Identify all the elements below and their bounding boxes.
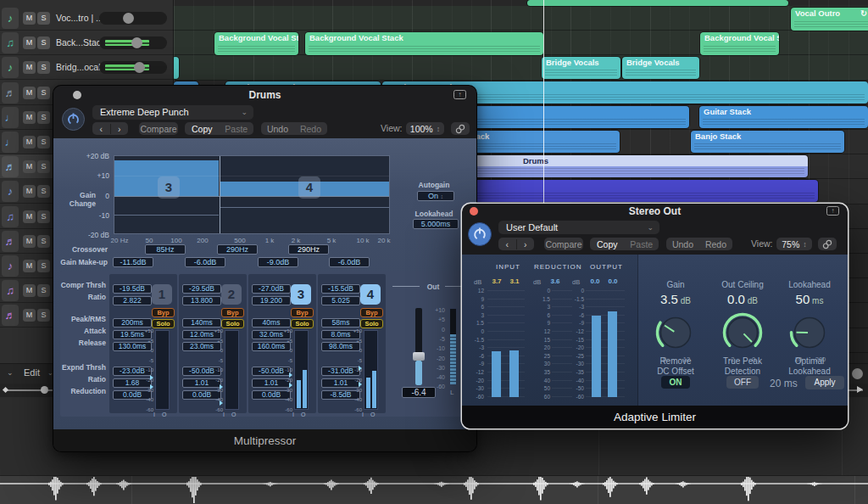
mute-button[interactable]: M	[23, 12, 36, 25]
solo-button[interactable]: S	[37, 210, 50, 223]
bypass-button[interactable]: Byp	[360, 308, 383, 317]
mute-button[interactable]: M	[23, 160, 36, 173]
crossover-divider[interactable]	[220, 156, 221, 233]
optimal-lookahead-button[interactable]: Apply	[805, 376, 844, 389]
track-header-3[interactable]: ♪MSBridg...ocals⌄	[0, 55, 174, 80]
solo-button[interactable]: S	[37, 309, 50, 322]
band-param-field[interactable]: 19.200	[252, 296, 291, 305]
scrollbar-left-handle[interactable]	[3, 387, 8, 393]
band-4-badge[interactable]: 4	[298, 176, 320, 199]
mute-button[interactable]: M	[23, 36, 36, 49]
band-param-field[interactable]: 13.800	[182, 296, 221, 305]
solo-button[interactable]: Solo	[221, 319, 244, 328]
region-banjo-stack[interactable]: Banjo Stack	[691, 131, 844, 153]
scrollbar-playhead-marker[interactable]	[857, 386, 863, 393]
undo-button[interactable]: Undo	[666, 239, 699, 249]
region-vocal-outro[interactable]: Vocal Outro↻	[791, 8, 868, 31]
toolbar-chevron-icon[interactable]: ⌄	[7, 368, 14, 377]
autogain-selector[interactable]: On ↕	[417, 191, 454, 201]
gain-makeup-field[interactable]: -9.0dB	[258, 257, 298, 267]
band-param-field[interactable]: -15.5dB	[321, 284, 360, 294]
true-peak-detection-button[interactable]: OFF	[726, 376, 759, 389]
solo-button[interactable]: S	[37, 260, 50, 272]
gain-change-graph[interactable]: 3 4	[114, 155, 390, 234]
preset-nav-buttons[interactable]: ‹ ›	[498, 238, 534, 250]
region-background-vocal-stack[interactable]: Background Vocal Stack	[305, 32, 543, 55]
track-header-1[interactable]: ♪MSVoc...tro | ...⌄	[0, 6, 174, 31]
scrollbar-dot-handle[interactable]	[41, 386, 48, 394]
region-bridge-vocals[interactable]: Bridge Vocals	[542, 57, 620, 79]
band-param-field[interactable]: 2.822	[113, 296, 152, 305]
remove-dc-offset-button[interactable]: ON	[661, 376, 690, 389]
toolbar-knob[interactable]	[852, 368, 863, 379]
lookahead-knob[interactable]	[787, 311, 832, 355]
preset-selector[interactable]: User Default ⌄	[498, 221, 659, 234]
preset-nav-buttons[interactable]: ‹ ›	[92, 122, 128, 135]
solo-button[interactable]: S	[37, 111, 50, 124]
region-background-vocal-stack[interactable]: Background Vocal Stack	[214, 32, 298, 55]
solo-button[interactable]: Solo	[152, 319, 175, 328]
solo-button[interactable]: Solo	[360, 319, 383, 328]
crossover-field[interactable]: 290Hz	[288, 244, 329, 255]
region-guitar-stack[interactable]: Guitar Stack	[699, 106, 868, 128]
panel-toggle-icon[interactable]: ↑	[453, 90, 466, 99]
output-level-field[interactable]: -6.4	[402, 387, 436, 398]
fader-knob[interactable]	[123, 13, 134, 24]
bypass-button[interactable]: Byp	[221, 308, 244, 317]
edit-menu-button[interactable]: Edit	[24, 367, 40, 378]
plugin-power-button[interactable]	[62, 108, 85, 131]
region-bridge-vocals[interactable]: Bridge Vocals	[622, 57, 699, 79]
band-3-badge[interactable]: 3	[291, 284, 311, 305]
plugin-power-button[interactable]	[468, 222, 492, 246]
track-header-2[interactable]: ♫MSBack...Stack⌄	[0, 31, 174, 55]
solo-button[interactable]: S	[37, 36, 50, 49]
prev-preset-button[interactable]: ‹	[498, 239, 517, 249]
redo-button[interactable]: Redo	[699, 239, 732, 249]
adaptive-limiter-plugin-window[interactable]: Stereo Out ↑ User Default ⌄ ‹ › Compare …	[462, 204, 848, 428]
band-param-field[interactable]: -27.0dB	[252, 284, 291, 294]
view-zoom-selector[interactable]: 100% ↕	[406, 122, 444, 135]
bypass-button[interactable]: Byp	[291, 308, 314, 317]
out-ceiling-knob[interactable]	[721, 311, 765, 355]
panel-toggle-icon[interactable]: ↑	[826, 206, 839, 216]
solo-button[interactable]: S	[37, 87, 50, 99]
band-param-field[interactable]: 5.025	[321, 296, 360, 305]
mute-button[interactable]: M	[23, 61, 36, 74]
crossover-field[interactable]: 85Hz	[145, 244, 186, 255]
next-preset-button[interactable]: ›	[517, 239, 535, 249]
link-button[interactable]	[451, 122, 470, 135]
solo-button[interactable]: S	[37, 235, 50, 248]
copy-button[interactable]: Copy	[185, 124, 220, 134]
band-param-field[interactable]: 140ms	[182, 318, 221, 328]
audio-waveform-strip[interactable]	[0, 475, 868, 504]
band-param-field[interactable]: 58ms	[321, 318, 360, 328]
track-volume-fader[interactable]	[99, 12, 167, 25]
mute-button[interactable]: M	[23, 284, 36, 297]
band-3-badge[interactable]: 3	[158, 176, 180, 199]
bypass-button[interactable]: Byp	[152, 308, 175, 317]
band-2-badge[interactable]: 2	[221, 284, 242, 305]
region-clip[interactable]	[527, 0, 788, 6]
paste-button[interactable]: Paste	[625, 239, 659, 249]
paste-button[interactable]: Paste	[220, 124, 254, 134]
link-button[interactable]	[818, 238, 837, 250]
gain-knob[interactable]	[654, 311, 698, 355]
preset-selector[interactable]: Extreme Deep Punch ⌄	[92, 105, 253, 120]
band-param-field[interactable]: -29.5dB	[182, 284, 221, 294]
undo-button[interactable]: Undo	[261, 124, 294, 134]
track-volume-fader[interactable]	[99, 61, 167, 74]
solo-button[interactable]: S	[37, 160, 50, 173]
solo-button[interactable]: S	[37, 185, 50, 198]
gain-makeup-field[interactable]: -6.0dB	[185, 257, 225, 267]
solo-button[interactable]: S	[37, 136, 50, 148]
band-4-badge[interactable]: 4	[360, 284, 381, 305]
copy-button[interactable]: Copy	[590, 239, 625, 249]
next-preset-button[interactable]: ›	[111, 124, 129, 134]
view-zoom-selector[interactable]: 75% ↕	[776, 238, 812, 250]
prev-preset-button[interactable]: ‹	[92, 124, 111, 134]
compare-button[interactable]: Compare	[139, 122, 178, 135]
crossover-field[interactable]: 290Hz	[217, 244, 258, 255]
region-background-vocal-stac[interactable]: Background Vocal Stac	[700, 32, 779, 55]
fader-knob[interactable]	[134, 62, 145, 73]
redo-button[interactable]: Redo	[294, 124, 327, 134]
